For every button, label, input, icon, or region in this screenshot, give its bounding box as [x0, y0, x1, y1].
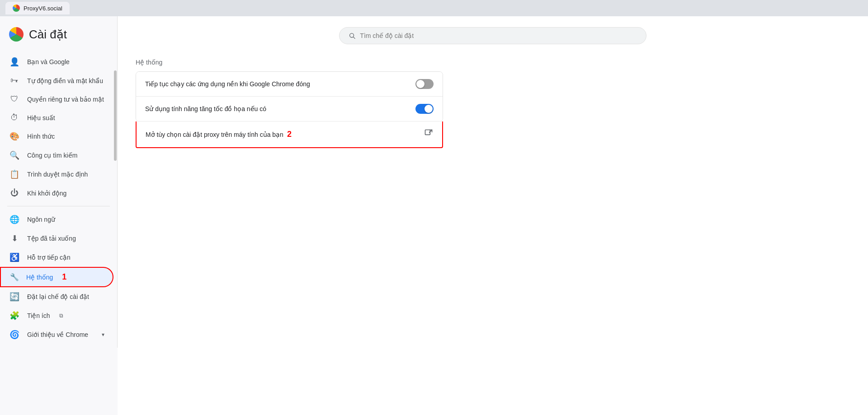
gauge-icon: ⏱	[9, 113, 20, 122]
sidebar-item-ban-va-google[interactable]: 👤 Bạn và Google	[0, 52, 113, 71]
search-icon: 🔍	[9, 150, 20, 160]
download-icon: ⬇	[9, 233, 20, 243]
settings-card: Tiếp tục chạy các ứng dụng nền khi Googl…	[136, 71, 443, 122]
sidebar-item-trinh-duyet-mac-dinh[interactable]: 📋 Trình duyệt mặc định	[0, 165, 113, 184]
sidebar-item-label: Giới thiệu về Chrome	[27, 331, 88, 338]
sidebar-title: Cài đặt	[29, 28, 67, 42]
tab-title: ProxyV6.social	[24, 5, 62, 12]
sidebar-item-cong-cu-tim-kiem[interactable]: 🔍 Công cụ tìm kiếm	[0, 146, 113, 165]
sidebar-item-label: Công cụ tìm kiếm	[27, 152, 77, 159]
chevron-down-icon: ▾	[102, 331, 104, 338]
globe-icon: 🌐	[9, 214, 20, 224]
sidebar-header: Cài đặt	[0, 20, 117, 52]
sidebar-item-tien-ich[interactable]: 🧩 Tiện ích ⧉	[0, 306, 113, 325]
main-content: Hệ thống Tiếp tục chạy các ứng dụng nền …	[118, 16, 868, 415]
sidebar-item-label: Tệp đã tải xuống	[27, 235, 76, 242]
sidebar: Cài đặt 👤 Bạn và Google 🗝 Tự động điền v…	[0, 16, 118, 348]
he-thong-annotation-number: 1	[62, 272, 66, 282]
tang-toc-do-hoa-toggle[interactable]	[415, 104, 434, 114]
toggle-knob	[416, 80, 425, 88]
sidebar-item-hieu-suat[interactable]: ⏱ Hiệu suất	[0, 108, 113, 127]
search-bar	[339, 27, 646, 44]
tien-ich-external-icon: ⧉	[59, 312, 63, 319]
sidebar-item-tep-da-tai-xuong[interactable]: ⬇ Tệp đã tải xuống	[0, 229, 113, 248]
chrome-logo	[9, 27, 24, 42]
sidebar-item-label: Bạn và Google	[27, 58, 70, 65]
search-bar-container	[136, 27, 850, 44]
search-bar-icon	[349, 32, 355, 39]
sidebar-item-label: Đặt lại chế độ cài đặt	[27, 293, 89, 300]
sidebar-item-gioi-thieu[interactable]: 🌀 Giới thiệu về Chrome ▾	[0, 325, 113, 344]
search-input[interactable]	[360, 32, 637, 39]
sidebar-item-khi-khoi-dong[interactable]: ⏻ Khi khởi động	[0, 184, 113, 202]
proxy-label: Mở tùy chọn cài đặt proxy trên máy tính …	[146, 131, 283, 138]
sidebar-item-label: Ngôn ngữ	[27, 216, 55, 223]
proxy-annotation-number: 2	[287, 130, 292, 139]
svg-line-1	[354, 37, 355, 39]
palette-icon: 🎨	[9, 131, 20, 141]
browser-tab[interactable]: ProxyV6.social	[5, 2, 70, 14]
person-icon: 👤	[9, 57, 20, 67]
chrome-favicon	[13, 5, 20, 12]
sidebar-item-label: Khi khởi động	[27, 190, 66, 197]
browser-icon: 📋	[9, 169, 20, 179]
toggle-knob	[425, 105, 433, 113]
sidebar-item-hinh-thuc[interactable]: 🎨 Hình thức	[0, 127, 113, 146]
sidebar-item-he-thong-label: Hệ thống	[26, 274, 53, 281]
sidebar-item-label: Tự động điền và mật khẩu	[27, 77, 103, 84]
sidebar-item-label: Trình duyệt mặc định	[27, 171, 88, 178]
external-link-icon	[424, 129, 433, 140]
sidebar-wrapper: Cài đặt 👤 Bạn và Google 🗝 Tự động điền v…	[0, 16, 118, 415]
sidebar-item-label: Hình thức	[27, 133, 55, 140]
wrench-icon: 🔧	[10, 273, 19, 281]
sidebar-item-he-thong[interactable]: 🔧 Hệ thống 1	[0, 267, 113, 287]
key-icon: 🗝	[9, 76, 20, 85]
sidebar-item-ngon-ngu[interactable]: 🌐 Ngôn ngữ	[0, 210, 113, 229]
sidebar-item-label: Hỗ trợ tiếp cận	[27, 254, 71, 261]
sidebar-item-dat-lai-che-do[interactable]: 🔄 Đặt lại chế độ cài đặt	[0, 287, 113, 306]
settings-row-tiep-tuc-chay: Tiếp tục chạy các ứng dụng nền khi Googl…	[136, 72, 443, 97]
reset-icon: 🔄	[9, 292, 20, 302]
tang-toc-do-hoa-label: Sử dụng tính năng tăng tốc đồ họa nếu có	[145, 105, 266, 112]
tiep-tuc-chay-toggle[interactable]	[415, 79, 434, 89]
app-body: Cài đặt 👤 Bạn và Google 🗝 Tự động điền v…	[0, 16, 868, 415]
sidebar-divider	[7, 206, 110, 206]
shield-icon: 🛡	[9, 94, 20, 104]
settings-row-tang-toc-do-hoa: Sử dụng tính năng tăng tốc đồ họa nếu có	[136, 97, 443, 121]
power-icon: ⏻	[9, 188, 20, 198]
sidebar-item-quyen-rieng-tu[interactable]: 🛡 Quyền riêng tư và bảo mật	[0, 90, 113, 108]
titlebar: ProxyV6.social	[0, 0, 868, 16]
sidebar-item-label: Quyền riêng tư và bảo mật	[27, 96, 104, 103]
settings-row-proxy[interactable]: Mở tùy chọn cài đặt proxy trên máy tính …	[136, 121, 443, 148]
sidebar-scrollbar[interactable]	[114, 70, 117, 161]
sidebar-item-ho-tro-tiep-can[interactable]: ♿ Hỗ trợ tiếp cận	[0, 248, 113, 267]
proxy-row-left: Mở tùy chọn cài đặt proxy trên máy tính …	[146, 130, 292, 139]
chrome-circle-icon: 🌀	[9, 330, 20, 340]
sidebar-item-label: Tiện ích	[27, 312, 50, 319]
puzzle-icon: 🧩	[9, 311, 20, 321]
tiep-tuc-chay-label: Tiếp tục chạy các ứng dụng nền khi Googl…	[145, 80, 310, 88]
section-title: Hệ thống	[136, 59, 850, 66]
accessibility-icon: ♿	[9, 252, 20, 262]
sidebar-item-tu-dong-dien[interactable]: 🗝 Tự động điền và mật khẩu	[0, 71, 113, 90]
sidebar-item-label: Hiệu suất	[27, 114, 55, 121]
